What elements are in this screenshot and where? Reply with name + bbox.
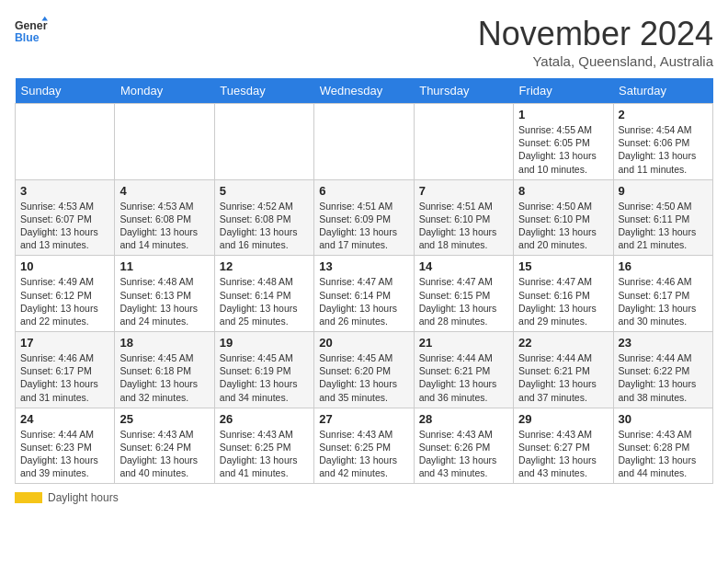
day-number: 10 [20, 259, 109, 273]
day-number: 24 [20, 412, 109, 426]
svg-text:Blue: Blue [15, 31, 40, 44]
day-info: Sunrise: 4:44 AM Sunset: 6:22 PM Dayligh… [619, 351, 708, 404]
day-number: 9 [619, 184, 708, 198]
day-number: 3 [20, 184, 109, 198]
day-number: 1 [518, 108, 608, 121]
day-cell: 13Sunrise: 4:47 AM Sunset: 6:14 PM Dayli… [314, 256, 414, 332]
day-number: 26 [220, 412, 309, 426]
day-info: Sunrise: 4:51 AM Sunset: 6:09 PM Dayligh… [319, 200, 408, 252]
day-info: Sunrise: 4:46 AM Sunset: 6:17 PM Dayligh… [20, 351, 109, 404]
day-cell: 27Sunrise: 4:43 AM Sunset: 6:25 PM Dayli… [314, 408, 414, 484]
day-cell: 19Sunrise: 4:45 AM Sunset: 6:19 PM Dayli… [214, 332, 313, 408]
day-cell: 12Sunrise: 4:48 AM Sunset: 6:14 PM Dayli… [214, 256, 313, 332]
day-cell: 24Sunrise: 4:44 AM Sunset: 6:23 PM Dayli… [16, 408, 115, 484]
day-cell: 25Sunrise: 4:43 AM Sunset: 6:24 PM Dayli… [115, 408, 214, 484]
month-title: November 2024 [478, 15, 713, 53]
day-info: Sunrise: 4:45 AM Sunset: 6:20 PM Dayligh… [319, 351, 408, 404]
day-info: Sunrise: 4:45 AM Sunset: 6:19 PM Dayligh… [220, 351, 309, 404]
day-info: Sunrise: 4:43 AM Sunset: 6:28 PM Dayligh… [619, 428, 708, 480]
day-number: 30 [619, 412, 708, 426]
header-row: SundayMondayTuesdayWednesdayThursdayFrid… [16, 78, 713, 104]
day-number: 5 [220, 184, 309, 198]
day-number: 12 [220, 259, 309, 273]
day-info: Sunrise: 4:43 AM Sunset: 6:25 PM Dayligh… [220, 428, 309, 480]
day-number: 14 [419, 259, 508, 273]
day-cell: 5Sunrise: 4:52 AM Sunset: 6:08 PM Daylig… [214, 179, 313, 256]
daylight-label: Daylight hours [48, 491, 119, 504]
day-info: Sunrise: 4:50 AM Sunset: 6:11 PM Dayligh… [619, 200, 708, 252]
day-number: 8 [518, 184, 608, 198]
day-info: Sunrise: 4:43 AM Sunset: 6:26 PM Dayligh… [419, 428, 508, 480]
day-info: Sunrise: 4:53 AM Sunset: 6:08 PM Dayligh… [119, 200, 209, 252]
calendar-table: SundayMondayTuesdayWednesdayThursdayFrid… [15, 78, 713, 484]
week-row-4: 24Sunrise: 4:44 AM Sunset: 6:23 PM Dayli… [16, 408, 713, 484]
header-cell-thursday: Thursday [414, 78, 513, 104]
day-number: 11 [119, 259, 209, 273]
day-cell: 15Sunrise: 4:47 AM Sunset: 6:16 PM Dayli… [514, 256, 613, 332]
header-cell-friday: Friday [514, 78, 613, 104]
day-cell: 11Sunrise: 4:48 AM Sunset: 6:13 PM Dayli… [115, 256, 214, 332]
day-number: 19 [220, 336, 309, 350]
page-header: General Blue November 2024 Yatala, Queen… [15, 15, 713, 69]
day-cell [214, 104, 313, 180]
day-number: 28 [419, 412, 508, 426]
header-cell-tuesday: Tuesday [214, 78, 313, 104]
day-cell: 2Sunrise: 4:54 AM Sunset: 6:06 PM Daylig… [613, 104, 712, 180]
day-info: Sunrise: 4:51 AM Sunset: 6:10 PM Dayligh… [419, 200, 508, 252]
svg-marker-2 [41, 17, 48, 21]
day-cell: 7Sunrise: 4:51 AM Sunset: 6:10 PM Daylig… [414, 179, 513, 256]
day-cell [414, 104, 513, 180]
day-info: Sunrise: 4:47 AM Sunset: 6:14 PM Dayligh… [319, 275, 408, 327]
day-cell: 14Sunrise: 4:47 AM Sunset: 6:15 PM Dayli… [414, 256, 513, 332]
day-cell [115, 104, 214, 180]
day-info: Sunrise: 4:43 AM Sunset: 6:24 PM Dayligh… [119, 428, 209, 480]
day-number: 15 [518, 259, 608, 273]
day-info: Sunrise: 4:44 AM Sunset: 6:23 PM Dayligh… [20, 428, 109, 480]
day-cell: 23Sunrise: 4:44 AM Sunset: 6:22 PM Dayli… [613, 332, 712, 408]
day-cell: 22Sunrise: 4:44 AM Sunset: 6:21 PM Dayli… [514, 332, 613, 408]
day-number: 6 [319, 184, 408, 198]
day-info: Sunrise: 4:46 AM Sunset: 6:17 PM Dayligh… [619, 275, 708, 327]
day-cell: 21Sunrise: 4:44 AM Sunset: 6:21 PM Dayli… [414, 332, 513, 408]
header-cell-wednesday: Wednesday [314, 78, 414, 104]
day-number: 16 [619, 259, 708, 273]
day-cell: 30Sunrise: 4:43 AM Sunset: 6:28 PM Dayli… [613, 408, 712, 484]
day-info: Sunrise: 4:43 AM Sunset: 6:25 PM Dayligh… [319, 428, 408, 480]
day-cell: 29Sunrise: 4:43 AM Sunset: 6:27 PM Dayli… [514, 408, 613, 484]
day-info: Sunrise: 4:48 AM Sunset: 6:13 PM Dayligh… [119, 275, 209, 327]
week-row-1: 3Sunrise: 4:53 AM Sunset: 6:07 PM Daylig… [16, 179, 713, 256]
day-cell: 17Sunrise: 4:46 AM Sunset: 6:17 PM Dayli… [16, 332, 115, 408]
day-number: 23 [619, 336, 708, 350]
week-row-2: 10Sunrise: 4:49 AM Sunset: 6:12 PM Dayli… [16, 256, 713, 332]
day-cell: 9Sunrise: 4:50 AM Sunset: 6:11 PM Daylig… [613, 179, 712, 256]
logo: General Blue [15, 15, 48, 48]
header-cell-sunday: Sunday [16, 78, 115, 104]
day-number: 22 [518, 336, 608, 350]
day-info: Sunrise: 4:48 AM Sunset: 6:14 PM Dayligh… [220, 275, 309, 327]
day-number: 7 [419, 184, 508, 198]
svg-text:General: General [15, 19, 48, 32]
day-info: Sunrise: 4:44 AM Sunset: 6:21 PM Dayligh… [518, 351, 608, 404]
day-number: 18 [119, 336, 209, 350]
day-number: 2 [619, 108, 708, 121]
week-row-3: 17Sunrise: 4:46 AM Sunset: 6:17 PM Dayli… [16, 332, 713, 408]
header-cell-monday: Monday [115, 78, 214, 104]
day-number: 25 [119, 412, 209, 426]
day-info: Sunrise: 4:55 AM Sunset: 6:05 PM Dayligh… [518, 123, 608, 176]
day-cell: 18Sunrise: 4:45 AM Sunset: 6:18 PM Dayli… [115, 332, 214, 408]
day-info: Sunrise: 4:52 AM Sunset: 6:08 PM Dayligh… [220, 200, 309, 252]
logo-icon: General Blue [15, 15, 48, 48]
day-info: Sunrise: 4:50 AM Sunset: 6:10 PM Dayligh… [518, 200, 608, 252]
day-cell: 6Sunrise: 4:51 AM Sunset: 6:09 PM Daylig… [314, 179, 414, 256]
day-number: 29 [518, 412, 608, 426]
day-info: Sunrise: 4:47 AM Sunset: 6:15 PM Dayligh… [419, 275, 508, 327]
footer-note: Daylight hours [15, 491, 713, 504]
day-number: 13 [319, 259, 408, 273]
day-cell [16, 104, 115, 180]
day-cell: 28Sunrise: 4:43 AM Sunset: 6:26 PM Dayli… [414, 408, 513, 484]
day-number: 4 [119, 184, 209, 198]
day-cell: 8Sunrise: 4:50 AM Sunset: 6:10 PM Daylig… [514, 179, 613, 256]
day-info: Sunrise: 4:53 AM Sunset: 6:07 PM Dayligh… [20, 200, 109, 252]
day-cell: 16Sunrise: 4:46 AM Sunset: 6:17 PM Dayli… [613, 256, 712, 332]
day-number: 27 [319, 412, 408, 426]
